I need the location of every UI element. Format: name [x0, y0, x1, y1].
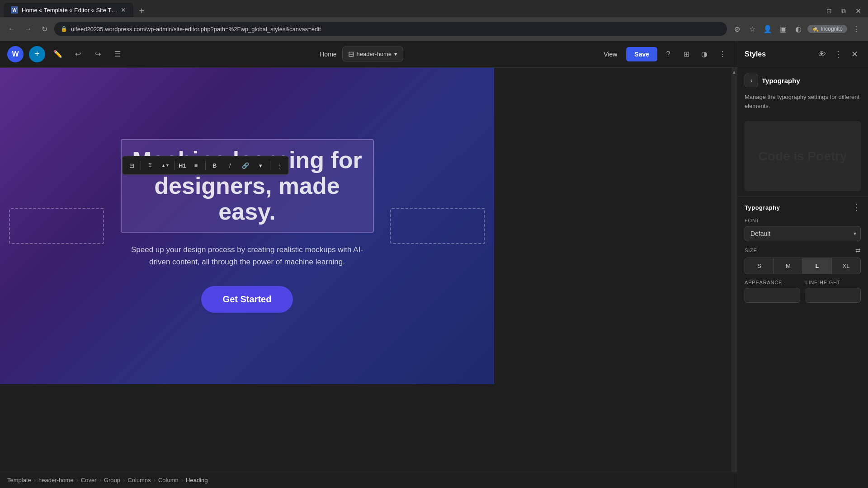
breadcrumb-header-home[interactable]: header-home [38, 477, 73, 483]
main-layout: W + ✏️ ↩ ↪ ☰ Home ⊟ header-home ▾ View S… [0, 41, 868, 488]
typography-controls-menu-icon[interactable]: ⋮ [853, 202, 861, 212]
italic-button[interactable]: I [223, 158, 237, 173]
breadcrumb-cover[interactable]: Cover [81, 477, 97, 483]
reload-button[interactable]: ↻ [38, 23, 51, 35]
line-height-col: LINE HEIGHT [806, 280, 861, 303]
size-s-button[interactable]: S [745, 258, 774, 274]
line-height-label: LINE HEIGHT [806, 280, 861, 285]
incognito-badge: 🕵️ Incognito [807, 25, 847, 33]
styles-preview-button[interactable]: 👁 [816, 48, 828, 61]
template-selector[interactable]: ⊟ header-home ▾ [342, 47, 403, 61]
breadcrumb-sep-3: › [99, 477, 101, 483]
forward-nav-button[interactable]: → [22, 23, 34, 35]
hero-heading-block[interactable]: Machine learning for designers, made eas… [121, 139, 374, 233]
block-switcher-button[interactable]: ⊟ [124, 158, 139, 173]
sidebar-browser-icon[interactable]: ▣ [777, 23, 789, 35]
profile-icon[interactable]: 👤 [761, 23, 774, 35]
hero-heading[interactable]: Machine learning for designers, made eas… [121, 139, 374, 233]
restore-icon[interactable]: ⧉ [837, 5, 850, 17]
size-section: SIZE ⇄ S M L XL [745, 247, 861, 274]
view-button[interactable]: View [598, 48, 623, 61]
new-tab-button[interactable]: + [135, 5, 148, 17]
breadcrumb-sep-2: › [76, 477, 78, 483]
size-controls-icon[interactable]: ⇄ [855, 247, 861, 254]
lock-icon: 🔒 [61, 26, 67, 32]
floating-box-left [9, 208, 104, 244]
breadcrumb-sep-1: › [34, 477, 36, 483]
heading-level-select[interactable]: H1 [177, 161, 188, 170]
drag-handle-button[interactable]: ⠿ [143, 158, 157, 173]
appearance-input[interactable] [745, 288, 800, 303]
font-label: FONT [745, 218, 861, 223]
toolbar-divider-3 [205, 161, 206, 170]
block-options-button[interactable]: ⋮ [272, 158, 287, 173]
breadcrumb-columns[interactable]: Columns [127, 477, 151, 483]
hero-section: ⊟ ⠿ ▲▼ H1 ≡ B I 🔗 ▾ [0, 68, 494, 384]
block-toolbar: ⊟ ⠿ ▲▼ H1 ≡ B I 🔗 ▾ [122, 156, 289, 175]
styles-panel: Styles 👁 ⋮ ✕ ‹ Typography Manage the typ… [737, 41, 868, 488]
incognito-label: Incognito [821, 26, 843, 32]
color-scheme-icon[interactable]: ◐ [792, 23, 805, 35]
styles-panel-title: Styles [745, 50, 812, 58]
redo-button[interactable]: ↪ [90, 47, 105, 61]
hero-cta-button[interactable]: Get Started [201, 286, 293, 313]
color-mode-button[interactable]: ◑ [697, 47, 712, 61]
styles-close-button[interactable]: ✕ [848, 48, 861, 61]
more-menu-button[interactable]: ⋮ [715, 47, 730, 61]
back-nav-button[interactable]: ← [5, 23, 18, 35]
minimize-icon[interactable]: ⊟ [823, 5, 835, 17]
breadcrumb-heading[interactable]: Heading [186, 477, 208, 483]
styles-header-actions: 👁 ⋮ ✕ [816, 48, 861, 61]
wp-toolbar: W + ✏️ ↩ ↪ ☰ Home ⊟ header-home ▾ View S… [0, 41, 737, 68]
more-options-icon[interactable]: ⋮ [850, 23, 863, 35]
address-bar[interactable]: 🔒 uifeed20235.wordpress.com/wp-admin/sit… [54, 22, 727, 36]
breadcrumb-group[interactable]: Group [104, 477, 120, 483]
layout-toggle-button[interactable]: ⊞ [679, 47, 693, 61]
size-l-button[interactable]: L [803, 258, 832, 274]
wp-logo: W [7, 46, 24, 62]
breadcrumb-sep-6: › [181, 477, 183, 483]
browser-chrome: W Home « Template « Editor « Site T… ✕ +… [0, 0, 868, 41]
template-icon: ⊟ [348, 50, 354, 58]
tools-button[interactable]: ✏️ [51, 47, 65, 61]
size-m-button[interactable]: M [774, 258, 803, 274]
typography-controls-header: Typography ⋮ [745, 202, 861, 212]
breadcrumb-sep-4: › [123, 477, 125, 483]
styles-panel-header: Styles 👁 ⋮ ✕ [737, 41, 868, 68]
address-text: uifeed20235.wordpress.com/wp-admin/site-… [71, 26, 321, 33]
canvas-container: ⊟ ⠿ ▲▼ H1 ≡ B I 🔗 ▾ [0, 68, 737, 472]
breadcrumb-center: Home [320, 51, 336, 58]
more-rich-text-button[interactable]: ▾ [254, 158, 268, 173]
incognito-icon: 🕵️ [812, 26, 819, 32]
scroll-up-button[interactable]: ▲ [732, 70, 736, 75]
tab-close-icon[interactable]: ✕ [121, 6, 126, 14]
typography-preview-box: Code is Poetry [745, 121, 861, 191]
back-button[interactable]: ‹ [745, 74, 758, 87]
save-button[interactable]: Save [626, 47, 657, 61]
list-view-button[interactable]: ☰ [110, 47, 125, 61]
add-block-button[interactable]: + [29, 46, 45, 62]
breadcrumb-bar: Template › header-home › Cover › Group ›… [0, 472, 737, 488]
undo-button[interactable]: ↩ [71, 47, 85, 61]
line-height-input[interactable] [806, 288, 861, 303]
size-xl-button[interactable]: XL [832, 258, 860, 274]
breadcrumb-column[interactable]: Column [158, 477, 179, 483]
hero-subtext[interactable]: Speed up your design process by creating… [125, 244, 369, 268]
link-button[interactable]: 🔗 [238, 158, 253, 173]
toolbar-divider-2 [175, 161, 175, 170]
tab-favicon: W [11, 6, 18, 14]
close-icon[interactable]: ✕ [852, 5, 864, 17]
browser-tab-active[interactable]: W Home « Template « Editor « Site T… ✕ [4, 3, 133, 17]
alignment-button[interactable]: ≡ [189, 158, 203, 173]
font-select[interactable]: Default [745, 226, 861, 241]
move-up-down-button[interactable]: ▲▼ [158, 158, 173, 173]
typography-section-title: Typography [762, 77, 800, 84]
appearance-row: APPEARANCE LINE HEIGHT [745, 280, 861, 303]
help-button[interactable]: ? [661, 47, 675, 61]
bold-button[interactable]: B [208, 158, 222, 173]
styles-more-button[interactable]: ⋮ [832, 48, 844, 61]
no-tracking-icon[interactable]: ⊘ [731, 23, 743, 35]
scroll-track: ▲ [731, 68, 737, 472]
breadcrumb-template[interactable]: Template [7, 477, 31, 483]
bookmark-icon[interactable]: ☆ [746, 23, 759, 35]
